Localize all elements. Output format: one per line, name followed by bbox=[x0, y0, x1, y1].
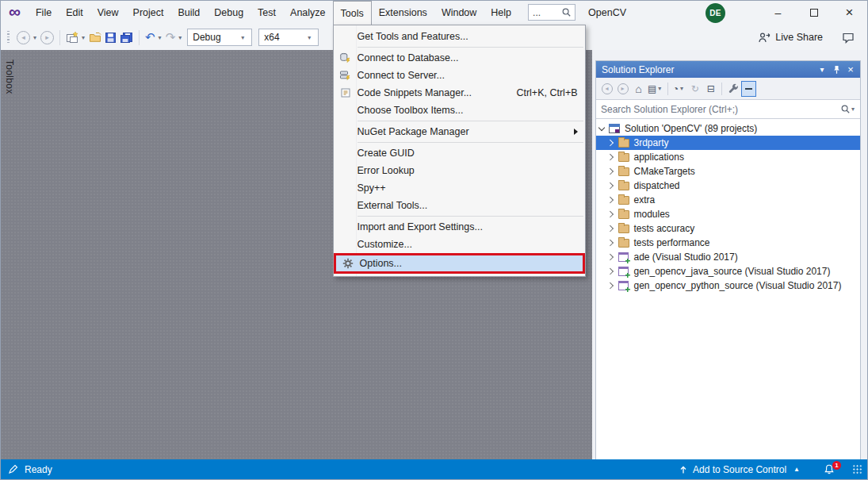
save-all-button[interactable] bbox=[118, 28, 135, 47]
account-avatar[interactable]: DE bbox=[705, 3, 725, 23]
live-share-button[interactable]: Live Share bbox=[758, 32, 823, 44]
menu-item-get-tools[interactable]: Get Tools and Features... bbox=[334, 28, 585, 45]
tree-row[interactable]: ade (Visual Studio 2017) bbox=[596, 250, 860, 264]
back-icon: ◂ bbox=[602, 83, 613, 94]
notifications-button[interactable]: 1 bbox=[824, 464, 835, 475]
project-icon bbox=[618, 267, 629, 276]
collapsed-chevron-icon[interactable] bbox=[607, 154, 614, 160]
minimize-button[interactable]: – bbox=[760, 6, 796, 19]
collapsed-chevron-icon[interactable] bbox=[607, 182, 614, 189]
tree-row[interactable]: dispatched bbox=[596, 179, 860, 193]
collapsed-chevron-icon[interactable] bbox=[607, 140, 614, 146]
menu-item-create-guid[interactable]: Create GUID bbox=[334, 144, 585, 162]
menu-debug[interactable]: Debug bbox=[207, 1, 250, 25]
expanded-chevron-icon[interactable] bbox=[598, 125, 605, 131]
tree-row[interactable]: tests accuracy bbox=[596, 221, 860, 236]
menu-item-choose-toolbox[interactable]: Choose Toolbox Items... bbox=[334, 102, 585, 119]
configuration-dropdown[interactable]: Debug ▾ bbox=[187, 29, 252, 46]
search-icon[interactable] bbox=[841, 105, 850, 113]
menu-item-connect-server[interactable]: Connect to Server... bbox=[334, 67, 585, 84]
add-to-source-control-label: Add to Source Control bbox=[693, 464, 786, 475]
collapsed-chevron-icon[interactable] bbox=[607, 197, 614, 203]
tree-row[interactable]: CMakeTargets bbox=[596, 164, 860, 179]
menu-view[interactable]: View bbox=[90, 1, 126, 25]
window-position-icon[interactable]: ▾ bbox=[815, 63, 829, 76]
collapsed-chevron-icon[interactable] bbox=[607, 282, 614, 289]
switch-views-button[interactable]: ▤ ▾ bbox=[647, 81, 664, 97]
menu-window[interactable]: Window bbox=[434, 1, 484, 25]
menu-item-spy[interactable]: Spy++ bbox=[334, 179, 585, 197]
toolbox-tab[interactable]: Toolbox bbox=[4, 60, 15, 94]
feedback-button[interactable] bbox=[840, 28, 856, 47]
menu-item-connect-database[interactable]: Connect to Database... bbox=[334, 49, 585, 67]
platform-dropdown[interactable]: x64 ▾ bbox=[258, 29, 319, 46]
save-button[interactable] bbox=[103, 28, 118, 47]
menu-test[interactable]: Test bbox=[250, 1, 283, 25]
menu-separator bbox=[358, 142, 583, 143]
collapsed-chevron-icon[interactable] bbox=[607, 240, 614, 246]
resize-grip[interactable] bbox=[852, 464, 862, 474]
chevron-down-icon[interactable]: ▾ bbox=[159, 34, 162, 41]
switch-views-icon: ▤ bbox=[648, 83, 656, 94]
tree-row[interactable]: modules bbox=[596, 207, 860, 221]
solution-search-input[interactable] bbox=[601, 104, 841, 115]
tree-row[interactable]: tests performance bbox=[596, 236, 860, 250]
close-button[interactable]: × bbox=[832, 5, 867, 21]
toolbar-grip[interactable] bbox=[7, 31, 10, 44]
collapsed-chevron-icon[interactable] bbox=[607, 168, 614, 175]
add-to-source-control-button[interactable]: Add to Source Control ▲ bbox=[679, 464, 800, 475]
menu-extensions[interactable]: Extensions bbox=[372, 1, 434, 25]
tree-row[interactable]: extra bbox=[596, 193, 860, 207]
tree-row[interactable]: applications bbox=[596, 150, 860, 164]
folder-icon bbox=[618, 239, 629, 248]
menu-file[interactable]: File bbox=[29, 1, 59, 25]
sync-with-active-document-icon[interactable]: ↻ bbox=[687, 81, 702, 97]
menu-analyze[interactable]: Analyze bbox=[283, 1, 332, 25]
chevron-down-icon[interactable]: ▾ bbox=[82, 34, 85, 41]
navigate-back-button[interactable]: ◂ bbox=[15, 28, 32, 47]
collapsed-chevron-icon[interactable] bbox=[607, 254, 614, 260]
pin-icon[interactable] bbox=[829, 63, 843, 76]
new-project-button[interactable] bbox=[64, 28, 80, 47]
menu-edit[interactable]: Edit bbox=[59, 1, 90, 25]
menu-item-options[interactable]: Options... bbox=[334, 253, 585, 274]
chevron-down-icon[interactable]: ▾ bbox=[178, 34, 182, 41]
open-file-button[interactable] bbox=[87, 28, 103, 47]
tree-row[interactable]: gen_opencv_java_source (Visual Studio 20… bbox=[596, 264, 860, 278]
redo-button[interactable]: ↷ bbox=[164, 28, 178, 47]
new-project-icon bbox=[66, 31, 78, 44]
forward-button[interactable]: ▸ bbox=[615, 81, 630, 97]
menu-tools[interactable]: Tools Get Tools and Features... Connect … bbox=[333, 1, 372, 25]
tools-dropdown-menu: Get Tools and Features... Connect to Dat… bbox=[333, 25, 586, 277]
menu-item-import-export[interactable]: Import and Export Settings... bbox=[334, 218, 585, 236]
menu-item-code-snippets[interactable]: Code Snippets Manager... Ctrl+K, Ctrl+B bbox=[334, 84, 585, 102]
undo-button[interactable]: ↶ bbox=[143, 28, 157, 47]
quick-search-box[interactable]: ... bbox=[528, 4, 575, 21]
collapsed-chevron-icon[interactable] bbox=[607, 225, 614, 232]
menu-help[interactable]: Help bbox=[484, 1, 518, 25]
tree-row[interactable]: gen_opencv_python_source (Visual Studio … bbox=[596, 278, 860, 293]
properties-button[interactable] bbox=[725, 81, 740, 97]
menu-item-external-tools[interactable]: External Tools... bbox=[334, 197, 585, 214]
close-icon[interactable]: × bbox=[843, 63, 858, 76]
menu-build[interactable]: Build bbox=[170, 1, 207, 25]
background-tasks-icon bbox=[8, 464, 18, 474]
navigate-forward-button[interactable]: ▸ bbox=[39, 28, 55, 47]
tree-row-solution[interactable]: Solution 'OpenCV' (89 projects) bbox=[596, 121, 860, 136]
collapsed-chevron-icon[interactable] bbox=[607, 268, 614, 275]
maximize-button[interactable] bbox=[796, 9, 832, 17]
solution-explorer-header[interactable]: Solution Explorer ▾ × bbox=[596, 61, 860, 78]
menu-project[interactable]: Project bbox=[126, 1, 171, 25]
collapse-all-icon[interactable]: ⊟ bbox=[703, 81, 718, 97]
chevron-down-icon[interactable]: ▾ bbox=[851, 106, 855, 113]
back-button[interactable]: ◂ bbox=[599, 81, 614, 97]
chevron-down-icon[interactable]: ▾ bbox=[33, 34, 36, 41]
menu-item-nuget[interactable]: NuGet Package Manager bbox=[334, 123, 585, 140]
home-icon[interactable]: ⌂ bbox=[631, 81, 646, 97]
menu-item-customize[interactable]: Customize... bbox=[334, 236, 585, 253]
pending-changes-filter-button[interactable]: ◔ ▾ bbox=[671, 81, 686, 97]
preview-selected-items-button[interactable] bbox=[741, 81, 756, 97]
menu-item-error-lookup[interactable]: Error Lookup bbox=[334, 162, 585, 179]
collapsed-chevron-icon[interactable] bbox=[607, 211, 614, 217]
tree-row[interactable]: 3rdparty bbox=[596, 136, 860, 150]
